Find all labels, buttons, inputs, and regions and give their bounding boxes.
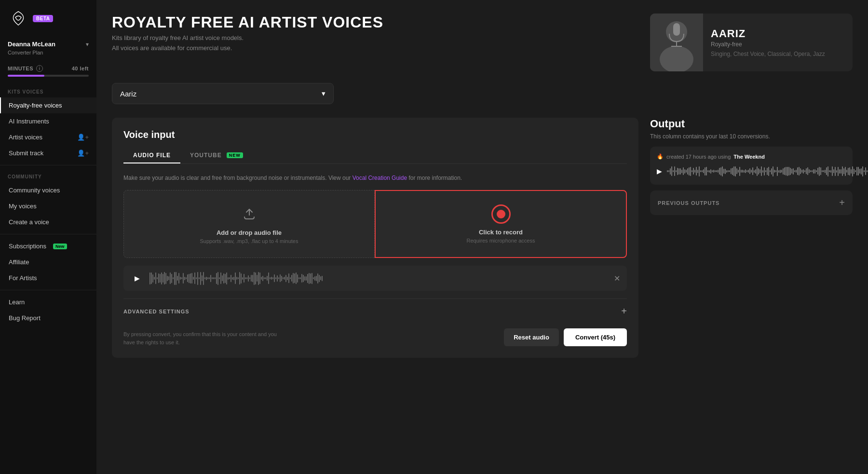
record-sublabel: Requires microphone access xyxy=(467,238,535,244)
panel-title: Voice input xyxy=(123,129,627,140)
user-section[interactable]: Deanna McLean ▾ xyxy=(0,37,96,50)
minutes-section: MINUTES i 40 left xyxy=(0,61,96,84)
sidebar-item-my-voices[interactable]: My voices xyxy=(0,198,96,214)
output-created: 🔥 created 17 hours ago using The Weeknd xyxy=(657,153,846,160)
sidebar-item-label: For Artists xyxy=(9,274,37,282)
sidebar-item-label: Royalty-free voices xyxy=(9,102,62,109)
vocal-creation-guide-link[interactable]: Vocal Creation Guide xyxy=(353,175,407,181)
selected-voice: Aariz xyxy=(120,90,136,98)
upload-label: Add or drop audio file xyxy=(217,229,282,236)
sidebar-item-label: Learn xyxy=(9,298,25,306)
sidebar-item-bug-report[interactable]: Bug Report xyxy=(0,310,96,326)
svg-rect-3 xyxy=(673,23,680,36)
waveform-bar: ▶ ✕ xyxy=(123,266,627,291)
play-button[interactable]: ▶ xyxy=(130,271,144,285)
sidebar-item-label: My voices xyxy=(9,203,37,210)
sidebar-item-ai-instruments[interactable]: AI Instruments xyxy=(0,113,96,129)
sidebar-item-community-voices[interactable]: Community voices xyxy=(0,182,96,198)
sidebar-item-affiliate[interactable]: Affiliate xyxy=(0,254,96,270)
add-person-icon: 👤+ xyxy=(77,134,89,141)
output-panel: Output This column contains your last 10… xyxy=(650,118,853,358)
user-name: Deanna McLean xyxy=(8,41,55,48)
audio-note: Make sure your audio is clear and free f… xyxy=(123,174,627,182)
artist-name: AARIZ xyxy=(711,27,825,40)
sidebar-item-label: Create a voice xyxy=(9,218,49,226)
artist-image xyxy=(650,14,703,71)
input-area-row: Add or drop audio file Supports .wav, .m… xyxy=(123,190,627,258)
consent-convert-row: By pressing convert, you confirm that th… xyxy=(123,324,627,346)
divider2 xyxy=(0,234,96,234)
consent-text: By pressing convert, you confirm that th… xyxy=(123,330,278,346)
output-subtitle: This column contains your last 10 conver… xyxy=(650,133,853,140)
divider3 xyxy=(0,290,96,290)
tab-youtube[interactable]: YOUTUBE New xyxy=(180,148,253,163)
minutes-count: 40 left xyxy=(72,66,89,71)
fire-icon: 🔥 xyxy=(657,153,664,160)
logo-area: BETA xyxy=(0,8,96,37)
sidebar-item-learn[interactable]: Learn xyxy=(0,294,96,310)
output-artist-name: The Weeknd xyxy=(733,154,765,160)
upload-sublabel: Supports .wav, .mp3, .flac up to 4 minut… xyxy=(200,238,298,244)
minutes-label: MINUTES i 40 left xyxy=(8,65,89,72)
sidebar-item-create-voice[interactable]: Create a voice xyxy=(0,214,96,230)
page-header: ROYALTY FREE AI ARTIST VOICES Kits libra… xyxy=(112,14,853,71)
minutes-bar-fill xyxy=(8,75,44,77)
close-icon[interactable]: ✕ xyxy=(614,274,620,283)
sidebar-item-label: Subscriptions xyxy=(9,243,46,250)
sidebar-item-royalty-free[interactable]: Royalty-free voices xyxy=(0,97,96,113)
page-subtitle-line1: Kits library of royalty free AI artist v… xyxy=(112,34,383,41)
section-community: COMMUNITY xyxy=(0,169,96,182)
page-title: ROYALTY FREE AI ARTIST VOICES xyxy=(112,14,383,31)
voice-input-panel: Voice input AUDIO FILE YOUTUBE New Make … xyxy=(112,118,638,358)
voice-selector: Aariz ▾ xyxy=(112,83,853,104)
sidebar-item-label: Affiliate xyxy=(9,258,29,266)
minutes-bar xyxy=(8,75,89,77)
artist-info: AARIZ Royalty-free Singing, Chest Voice,… xyxy=(711,20,833,65)
header-text: ROYALTY FREE AI ARTIST VOICES Kits libra… xyxy=(112,14,383,52)
sidebar-item-for-artists[interactable]: For Artists xyxy=(0,270,96,286)
record-box[interactable]: Click to record Requires microphone acce… xyxy=(375,190,627,258)
upload-box[interactable]: Add or drop audio file Supports .wav, .m… xyxy=(123,190,375,258)
new-badge: New xyxy=(53,244,67,249)
sidebar: BETA Deanna McLean ▾ Converter Plan MINU… xyxy=(0,0,96,474)
advanced-settings-row: ADVANCED SETTINGS + xyxy=(123,298,627,317)
artist-card: AARIZ Royalty-free Singing, Chest Voice,… xyxy=(650,14,853,71)
output-title: Output xyxy=(650,118,853,130)
sidebar-item-label: Bug Report xyxy=(9,314,41,322)
previous-outputs[interactable]: PREVIOUS OUTPUTS + xyxy=(650,190,853,215)
artist-tags: Singing, Chest Voice, Classical, Opera, … xyxy=(711,51,825,57)
user-plan: Converter Plan xyxy=(0,50,96,61)
waveform-visual xyxy=(149,271,608,286)
info-icon: i xyxy=(36,65,43,72)
advanced-expand-icon[interactable]: + xyxy=(621,306,627,317)
divider xyxy=(0,165,96,165)
section-kits-voices: KITS VOICES xyxy=(0,84,96,97)
tabs-row: AUDIO FILE YOUTUBE New xyxy=(123,148,627,164)
sidebar-item-subscriptions[interactable]: Subscriptions New xyxy=(0,238,96,254)
app-logo xyxy=(8,8,29,29)
reset-audio-button[interactable]: Reset audio xyxy=(504,328,559,346)
sidebar-item-label: AI Instruments xyxy=(9,118,49,125)
chevron-down-icon[interactable]: ▾ xyxy=(86,41,89,48)
convert-button[interactable]: Convert (45s) xyxy=(564,328,627,346)
expand-icon: + xyxy=(839,197,845,208)
output-waveform-row: ▶ ⬇ ⬜ 🔗 xyxy=(657,164,846,178)
main-content: ROYALTY FREE AI ARTIST VOICES Kits libra… xyxy=(96,0,868,474)
advanced-settings-label: ADVANCED SETTINGS xyxy=(123,309,190,314)
output-play-button[interactable]: ▶ xyxy=(657,164,662,178)
voice-dropdown[interactable]: Aariz ▾ xyxy=(112,83,334,104)
sidebar-item-submit-track[interactable]: Submit track 👤+ xyxy=(0,145,96,161)
previous-outputs-label: PREVIOUS OUTPUTS xyxy=(658,200,719,206)
dropdown-chevron-icon: ▾ xyxy=(322,89,326,98)
artist-type: Royalty-free xyxy=(711,41,825,48)
record-icon xyxy=(491,204,511,224)
output-waveform-visual xyxy=(667,164,868,178)
panels-row: Voice input AUDIO FILE YOUTUBE New Make … xyxy=(112,118,853,358)
youtube-new-badge: New xyxy=(227,152,243,158)
record-dot xyxy=(497,210,505,218)
sidebar-item-artist-voices[interactable]: Artist voices 👤+ xyxy=(0,129,96,145)
sidebar-item-label: Artist voices xyxy=(9,134,42,141)
page-subtitle-line2: All voices are available for commercial … xyxy=(112,44,383,52)
tab-audio-file[interactable]: AUDIO FILE xyxy=(123,148,180,163)
sidebar-item-label: Community voices xyxy=(9,187,60,194)
